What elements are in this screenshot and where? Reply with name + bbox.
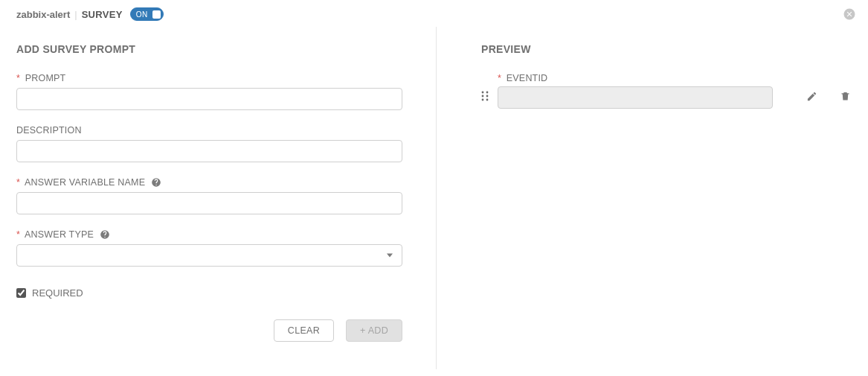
close-button[interactable]: [843, 7, 856, 21]
close-icon: [843, 12, 856, 23]
svg-point-2: [482, 95, 484, 98]
answer-type-label-text: ANSWER TYPE: [25, 229, 94, 240]
edit-button[interactable]: [806, 91, 817, 104]
alert-name: zabbix-alert: [16, 9, 70, 20]
required-asterisk: *: [16, 229, 20, 240]
separator: |: [74, 9, 77, 20]
delete-button[interactable]: [840, 91, 851, 104]
chevron-down-icon: [387, 254, 393, 258]
required-row: REQUIRED: [16, 287, 402, 299]
help-icon[interactable]: [100, 229, 110, 240]
answer-type-select[interactable]: [16, 244, 402, 267]
help-icon[interactable]: [151, 177, 161, 188]
preview-title: PREVIEW: [481, 43, 852, 55]
preview-actions: [806, 91, 851, 109]
answer-variable-name-input[interactable]: [16, 192, 402, 214]
preview-item-label-text: EVENTID: [507, 73, 548, 83]
answer-type-group: * ANSWER TYPE: [16, 229, 402, 267]
description-group: DESCRIPTION: [16, 125, 402, 162]
trash-icon: [840, 93, 851, 104]
description-label-text: DESCRIPTION: [16, 125, 82, 136]
button-row: CLEAR + ADD: [16, 319, 402, 342]
prompt-group: * PROMPT: [16, 73, 402, 110]
preview-item-input[interactable]: [498, 86, 773, 109]
description-input[interactable]: [16, 140, 402, 162]
pencil-icon: [806, 93, 817, 104]
required-label: REQUIRED: [32, 287, 83, 299]
required-asterisk: *: [498, 73, 501, 83]
svg-point-4: [482, 99, 484, 101]
svg-point-5: [486, 99, 489, 101]
answer-variable-name-label: * ANSWER VARIABLE NAME: [16, 177, 402, 188]
required-checkbox[interactable]: [16, 288, 26, 298]
answer-type-label: * ANSWER TYPE: [16, 229, 402, 240]
svg-point-1: [486, 92, 489, 94]
svg-point-3: [486, 95, 489, 98]
preview-field: * EVENTID: [498, 73, 773, 109]
preview-item: * EVENTID: [481, 73, 852, 109]
drag-handle[interactable]: [481, 91, 492, 109]
prompt-label: * PROMPT: [16, 73, 402, 83]
answer-variable-name-group: * ANSWER VARIABLE NAME: [16, 177, 402, 214]
description-label: DESCRIPTION: [16, 125, 402, 136]
answer-variable-name-label-text: ANSWER VARIABLE NAME: [25, 177, 145, 188]
body: ADD SURVEY PROMPT * PROMPT DESCRIPTION *…: [0, 27, 868, 376]
drag-icon: [481, 92, 489, 103]
preview-item-label: * EVENTID: [498, 73, 773, 83]
survey-toggle-knob: [152, 10, 161, 19]
prompt-input[interactable]: [16, 88, 402, 110]
add-survey-prompt-panel: ADD SURVEY PROMPT * PROMPT DESCRIPTION *…: [16, 27, 437, 369]
survey-toggle[interactable]: ON: [130, 7, 164, 21]
add-survey-prompt-title: ADD SURVEY PROMPT: [16, 43, 402, 55]
preview-panel: PREVIEW * EVENTID: [437, 27, 852, 369]
clear-button[interactable]: CLEAR: [274, 319, 334, 342]
required-asterisk: *: [16, 73, 20, 83]
header-bar: zabbix-alert | SURVEY ON: [0, 0, 868, 27]
required-asterisk: *: [16, 177, 20, 188]
add-button[interactable]: + ADD: [346, 319, 402, 342]
prompt-label-text: PROMPT: [25, 73, 66, 83]
svg-point-0: [482, 92, 484, 94]
survey-toggle-label: ON: [136, 10, 148, 19]
tab-name: SURVEY: [82, 9, 123, 20]
